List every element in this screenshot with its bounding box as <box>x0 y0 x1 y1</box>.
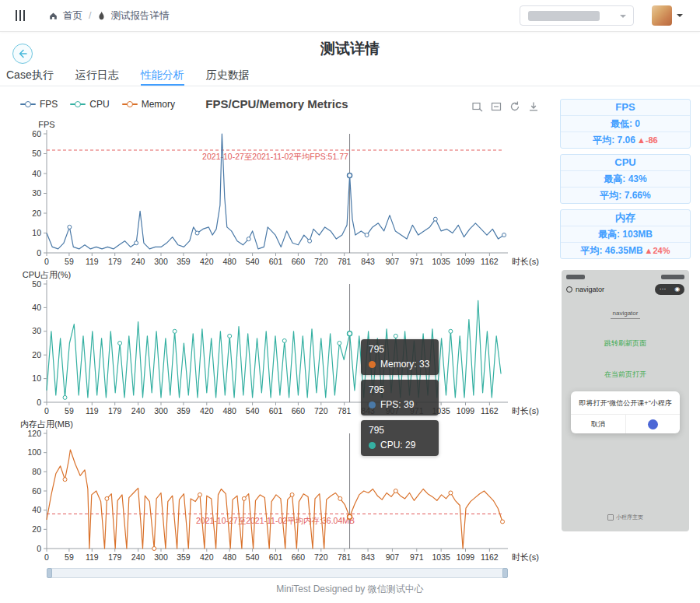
svg-text:0: 0 <box>37 398 41 407</box>
svg-text:FPS: FPS <box>38 120 54 129</box>
tooltip-cpu-value: CPU: 29 <box>380 440 415 450</box>
svg-text:240: 240 <box>131 552 145 562</box>
download-icon[interactable] <box>527 100 540 113</box>
svg-text:179: 179 <box>108 552 122 562</box>
phone-tab: navigator <box>562 304 689 318</box>
svg-text:907: 907 <box>386 257 400 266</box>
datazoom-handle-left[interactable] <box>47 568 52 578</box>
avatar[interactable] <box>652 5 672 26</box>
tooltip-fps-x: 795 <box>369 384 429 395</box>
chevron-down-icon <box>620 15 626 21</box>
svg-text:1162: 1162 <box>481 257 499 266</box>
fps-avg-row: 平均: 7.06▲-86 <box>561 131 690 148</box>
svg-text:420: 420 <box>200 406 214 415</box>
svg-text:720: 720 <box>314 406 328 415</box>
svg-text:660: 660 <box>292 406 306 415</box>
phone-modal: 即将打开“微信公开课+”小程序 取消 <box>571 391 680 433</box>
svg-text:内存占用(MB): 内存占用(MB) <box>20 419 73 429</box>
stats-sidebar: FPS 最低: 0 平均: 7.06▲-86 CPU 最高: 43% 平均: 7… <box>560 99 691 265</box>
caret-down-icon[interactable] <box>677 14 683 20</box>
svg-text:40: 40 <box>32 505 41 514</box>
svg-text:660: 660 <box>292 257 306 266</box>
zoom-reset-icon[interactable] <box>490 100 502 113</box>
svg-text:480: 480 <box>222 257 236 266</box>
svg-text:781: 781 <box>338 552 352 562</box>
status-time-redacted <box>566 275 585 279</box>
device-screenshot: navigator ⋯ ◉ navigator 跳转刷新页面 在当前页打开 即将… <box>562 270 689 531</box>
svg-text:1035: 1035 <box>432 257 450 266</box>
tab-run-log[interactable]: 运行日志 <box>75 65 119 86</box>
tooltip-cpu-x: 795 <box>369 425 429 436</box>
cpu-stat-card: CPU 最高: 43% 平均: 7.66% <box>560 154 691 204</box>
svg-text:540: 540 <box>246 552 260 562</box>
phone-modal-cancel: 取消 <box>571 415 626 433</box>
breadcrumb: 首页 / 测试报告详情 <box>48 0 169 31</box>
phone-modal-confirm <box>626 419 681 429</box>
svg-text:0: 0 <box>44 552 49 562</box>
svg-text:601: 601 <box>269 406 283 415</box>
svg-text:60: 60 <box>32 129 41 138</box>
svg-text:40: 40 <box>32 303 41 312</box>
svg-text:0: 0 <box>37 544 41 553</box>
svg-text:1099: 1099 <box>457 406 475 415</box>
capsule-more-icon: ⋯ <box>660 284 666 295</box>
tooltip-cpu: 795 CPU: 29 <box>361 420 439 456</box>
phone-footer: 小程序主页 <box>562 514 689 521</box>
fps-stat-card: FPS 最低: 0 平均: 7.06▲-86 <box>560 99 691 149</box>
tooltip-fps-value: FPS: 39 <box>380 399 414 410</box>
tooltip-memory-value: Memory: 33 <box>380 359 429 370</box>
svg-text:971: 971 <box>410 257 424 266</box>
svg-text:10: 10 <box>32 228 41 237</box>
svg-text:40: 40 <box>32 169 41 178</box>
svg-text:480: 480 <box>222 552 236 562</box>
svg-text:179: 179 <box>108 257 122 266</box>
memory-series-dot <box>369 361 376 368</box>
svg-text:1162: 1162 <box>481 406 499 415</box>
svg-text:359: 359 <box>177 552 191 562</box>
svg-text:10: 10 <box>32 373 41 383</box>
svg-text:119: 119 <box>86 552 99 562</box>
svg-text:2021-10-27至2021-11-02平均内存:36.0: 2021-10-27至2021-11-02平均内存:36.04MB <box>196 516 355 525</box>
svg-text:601: 601 <box>269 257 283 266</box>
breadcrumb-current: 测试报告详情 <box>110 9 169 23</box>
fire-icon <box>97 11 106 21</box>
svg-text:100: 100 <box>27 447 41 457</box>
fps-delta-badge: ▲-86 <box>637 135 658 145</box>
tab-history-data[interactable]: 历史数据 <box>206 65 250 86</box>
home-icon <box>48 11 58 21</box>
cpu-card-title: CPU <box>561 155 690 170</box>
datazoom-handle-right[interactable] <box>502 568 508 578</box>
page-footer: MiniTest Designed by 微信测试中心 <box>0 583 700 596</box>
charts-svg[interactable]: FPS0102030405060059119179240300359420480… <box>0 117 554 593</box>
env-select[interactable] <box>520 5 634 26</box>
svg-text:59: 59 <box>65 406 74 415</box>
svg-text:781: 781 <box>338 257 352 266</box>
svg-text:59: 59 <box>65 552 74 562</box>
refresh-icon[interactable] <box>509 100 521 113</box>
svg-text:179: 179 <box>108 406 122 415</box>
menu-toggle-icon[interactable] <box>16 10 26 21</box>
svg-text:2021-10-27至2021-11-02平均FPS:51.: 2021-10-27至2021-11-02平均FPS:51.77 <box>202 152 348 161</box>
svg-text:601: 601 <box>269 552 283 562</box>
tooltip-memory-x: 795 <box>369 344 429 355</box>
cpu-avg-row: 平均: 7.66% <box>561 187 690 203</box>
svg-text:300: 300 <box>154 552 168 562</box>
svg-text:20: 20 <box>32 350 41 359</box>
svg-text:480: 480 <box>222 406 236 415</box>
tooltip-fps: 795 FPS: 39 <box>361 380 439 415</box>
tab-performance-analysis[interactable]: 性能分析 <box>141 65 184 86</box>
mini-program-home-icon <box>607 514 614 521</box>
topbar: 首页 / 测试报告详情 <box>0 0 700 32</box>
memory-avg-row: 平均: 46.35MB▲24% <box>561 242 690 258</box>
phone-nav-bar: navigator ⋯ ◉ <box>562 282 689 295</box>
phone-nav-title: navigator <box>576 286 604 293</box>
fps-min-row: 最低: 0 <box>561 115 690 131</box>
datazoom-icon[interactable] <box>471 100 484 113</box>
datazoom-slider[interactable] <box>47 568 508 578</box>
breadcrumb-home-link[interactable]: 首页 <box>63 9 82 23</box>
svg-text:120: 120 <box>27 429 41 438</box>
memory-max-row: 最高: 103MB <box>561 226 690 242</box>
tab-case-execution[interactable]: Case执行 <box>6 65 54 86</box>
svg-text:时长(s): 时长(s) <box>512 552 539 562</box>
svg-text:1035: 1035 <box>432 552 450 562</box>
